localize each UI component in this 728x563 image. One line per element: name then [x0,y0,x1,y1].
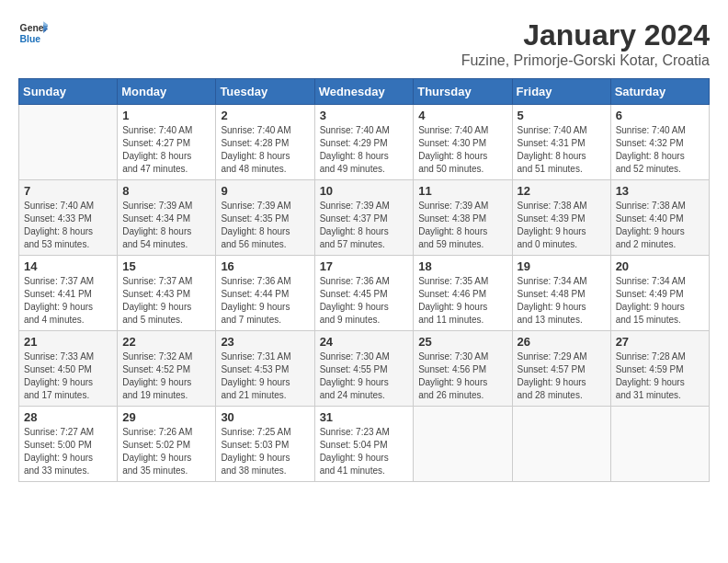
title-area: January 2024 Fuzine, Primorje-Gorski Kot… [461,18,710,69]
day-header-monday: Monday [118,79,216,105]
day-number: 10 [320,184,409,198]
day-number: 5 [518,109,606,122]
day-info: Sunrise: 7:30 AM Sunset: 4:55 PM Dayligh… [320,350,409,402]
day-header-tuesday: Tuesday [216,79,314,105]
day-number: 27 [616,335,704,349]
day-info: Sunrise: 7:25 AM Sunset: 5:03 PM Dayligh… [221,426,309,477]
calendar-cell: 29Sunrise: 7:26 AM Sunset: 5:02 PM Dayli… [118,407,216,482]
day-number: 21 [24,335,112,349]
calendar-week-3: 14Sunrise: 7:37 AM Sunset: 4:41 PM Dayli… [19,256,710,331]
day-header-saturday: Saturday [610,79,709,105]
calendar-cell: 22Sunrise: 7:32 AM Sunset: 4:52 PM Dayli… [118,331,216,407]
calendar-cell: 1Sunrise: 7:40 AM Sunset: 4:27 PM Daylig… [118,105,216,180]
day-info: Sunrise: 7:31 AM Sunset: 4:53 PM Dayligh… [221,350,309,402]
calendar-cell: 9Sunrise: 7:39 AM Sunset: 4:35 PM Daylig… [216,180,314,256]
calendar-cell: 30Sunrise: 7:25 AM Sunset: 5:03 PM Dayli… [216,407,314,482]
day-header-wednesday: Wednesday [314,79,414,105]
day-number: 18 [418,259,506,273]
calendar-cell: 4Sunrise: 7:40 AM Sunset: 4:30 PM Daylig… [414,105,512,180]
day-info: Sunrise: 7:33 AM Sunset: 4:50 PM Dayligh… [24,350,112,402]
day-number: 6 [616,109,704,122]
day-info: Sunrise: 7:27 AM Sunset: 5:00 PM Dayligh… [24,426,112,477]
calendar-cell: 14Sunrise: 7:37 AM Sunset: 4:41 PM Dayli… [19,256,118,331]
day-info: Sunrise: 7:40 AM Sunset: 4:31 PM Dayligh… [518,124,606,176]
calendar-cell: 13Sunrise: 7:38 AM Sunset: 4:40 PM Dayli… [610,180,709,256]
day-number: 20 [616,259,704,273]
day-number: 22 [122,335,210,349]
calendar-cell: 7Sunrise: 7:40 AM Sunset: 4:33 PM Daylig… [19,180,118,256]
day-number: 3 [320,109,409,122]
header: General Blue January 2024 Fuzine, Primor… [18,18,710,69]
day-number: 7 [24,184,112,198]
day-info: Sunrise: 7:40 AM Sunset: 4:33 PM Dayligh… [24,200,112,251]
main-title: January 2024 [461,18,710,52]
day-number: 11 [418,184,506,198]
subtitle: Fuzine, Primorje-Gorski Kotar, Croatia [461,52,710,69]
calendar-cell: 21Sunrise: 7:33 AM Sunset: 4:50 PM Dayli… [19,331,118,407]
day-header-thursday: Thursday [414,79,512,105]
calendar-cell: 12Sunrise: 7:38 AM Sunset: 4:39 PM Dayli… [512,180,610,256]
calendar-cell: 25Sunrise: 7:30 AM Sunset: 4:56 PM Dayli… [414,331,512,407]
calendar-cell: 16Sunrise: 7:36 AM Sunset: 4:44 PM Dayli… [216,256,314,331]
day-number: 31 [320,410,409,424]
day-number: 16 [221,259,309,273]
calendar-cell: 23Sunrise: 7:31 AM Sunset: 4:53 PM Dayli… [216,331,314,407]
calendar-cell: 2Sunrise: 7:40 AM Sunset: 4:28 PM Daylig… [216,105,314,180]
day-info: Sunrise: 7:40 AM Sunset: 4:30 PM Dayligh… [418,124,506,176]
day-info: Sunrise: 7:38 AM Sunset: 4:40 PM Dayligh… [616,200,704,251]
logo: General Blue [18,18,51,48]
calendar-week-2: 7Sunrise: 7:40 AM Sunset: 4:33 PM Daylig… [19,180,710,256]
calendar-cell: 20Sunrise: 7:34 AM Sunset: 4:49 PM Dayli… [610,256,709,331]
day-info: Sunrise: 7:38 AM Sunset: 4:39 PM Dayligh… [518,200,606,251]
calendar-cell [610,407,709,482]
days-of-week-row: SundayMondayTuesdayWednesdayThursdayFrid… [19,79,710,105]
day-info: Sunrise: 7:39 AM Sunset: 4:34 PM Dayligh… [122,200,210,251]
day-info: Sunrise: 7:26 AM Sunset: 5:02 PM Dayligh… [122,426,210,477]
day-number: 9 [221,184,309,198]
day-info: Sunrise: 7:32 AM Sunset: 4:52 PM Dayligh… [122,350,210,402]
day-number: 4 [418,109,506,122]
day-header-friday: Friday [512,79,610,105]
calendar-cell: 5Sunrise: 7:40 AM Sunset: 4:31 PM Daylig… [512,105,610,180]
day-number: 14 [24,259,112,273]
day-number: 17 [320,259,409,273]
day-number: 2 [221,109,309,122]
day-number: 15 [122,259,210,273]
day-number: 13 [616,184,704,198]
calendar-cell: 17Sunrise: 7:36 AM Sunset: 4:45 PM Dayli… [314,256,414,331]
calendar-table: SundayMondayTuesdayWednesdayThursdayFrid… [18,78,710,482]
calendar-header: SundayMondayTuesdayWednesdayThursdayFrid… [19,79,710,105]
logo-icon: General Blue [18,18,48,48]
calendar-cell [19,105,118,180]
day-info: Sunrise: 7:40 AM Sunset: 4:28 PM Dayligh… [221,124,309,176]
day-info: Sunrise: 7:34 AM Sunset: 4:48 PM Dayligh… [518,275,606,327]
svg-text:Blue: Blue [20,34,41,44]
calendar-cell: 8Sunrise: 7:39 AM Sunset: 4:34 PM Daylig… [118,180,216,256]
day-info: Sunrise: 7:34 AM Sunset: 4:49 PM Dayligh… [616,275,704,327]
day-number: 29 [122,410,210,424]
day-info: Sunrise: 7:37 AM Sunset: 4:41 PM Dayligh… [24,275,112,327]
calendar-body: 1Sunrise: 7:40 AM Sunset: 4:27 PM Daylig… [19,105,710,482]
day-info: Sunrise: 7:40 AM Sunset: 4:27 PM Dayligh… [122,124,210,176]
day-info: Sunrise: 7:23 AM Sunset: 5:04 PM Dayligh… [320,426,409,477]
calendar-week-1: 1Sunrise: 7:40 AM Sunset: 4:27 PM Daylig… [19,105,710,180]
day-info: Sunrise: 7:29 AM Sunset: 4:57 PM Dayligh… [518,350,606,402]
day-number: 28 [24,410,112,424]
day-info: Sunrise: 7:28 AM Sunset: 4:59 PM Dayligh… [616,350,704,402]
day-number: 25 [418,335,506,349]
calendar-cell [512,407,610,482]
calendar-cell: 18Sunrise: 7:35 AM Sunset: 4:46 PM Dayli… [414,256,512,331]
calendar-cell [414,407,512,482]
day-info: Sunrise: 7:37 AM Sunset: 4:43 PM Dayligh… [122,275,210,327]
calendar-cell: 28Sunrise: 7:27 AM Sunset: 5:00 PM Dayli… [19,407,118,482]
day-info: Sunrise: 7:40 AM Sunset: 4:32 PM Dayligh… [616,124,704,176]
calendar-cell: 3Sunrise: 7:40 AM Sunset: 4:29 PM Daylig… [314,105,414,180]
day-number: 12 [518,184,606,198]
day-info: Sunrise: 7:39 AM Sunset: 4:37 PM Dayligh… [320,200,409,251]
calendar-week-5: 28Sunrise: 7:27 AM Sunset: 5:00 PM Dayli… [19,407,710,482]
day-number: 24 [320,335,409,349]
day-info: Sunrise: 7:35 AM Sunset: 4:46 PM Dayligh… [418,275,506,327]
day-number: 1 [122,109,210,122]
calendar-week-4: 21Sunrise: 7:33 AM Sunset: 4:50 PM Dayli… [19,331,710,407]
calendar-cell: 11Sunrise: 7:39 AM Sunset: 4:38 PM Dayli… [414,180,512,256]
